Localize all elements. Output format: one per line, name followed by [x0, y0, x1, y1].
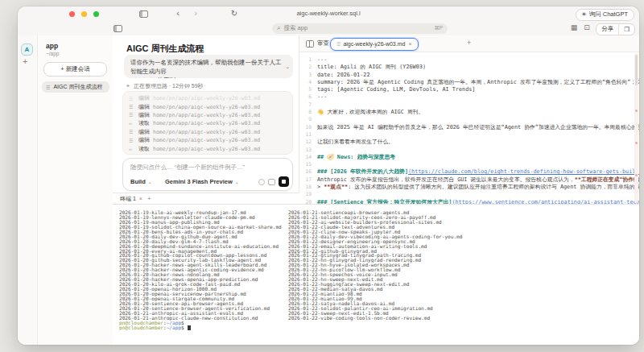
app-content: A + app ~/app + 新建会话 ☰ AIGC 周刊生成流程 AIGC … — [18, 35, 639, 345]
editor-scrollbar[interactable] — [634, 53, 638, 202]
editor-line: 1--- — [299, 56, 639, 63]
zoom-window-icon[interactable] — [93, 11, 99, 17]
tool-call-row[interactable]: ☰编辑home/pn/app/aigc-weekly-y26-w03.md — [129, 102, 287, 110]
tool-target-path: home/pn/app/aigc-weekly-y26-w03.md — [153, 120, 260, 126]
search-placeholder: 搜索 app — [283, 24, 431, 32]
review-toggle[interactable]: 审查 — [306, 35, 329, 52]
editor-line: 3date: 2026-01-22 — [299, 71, 639, 78]
tab-overview-icon[interactable] — [139, 10, 148, 18]
diff-icon: ☰ — [129, 96, 135, 101]
tool-call-row[interactable]: ☰编辑home/pn/app/aigc-weekly-y26-w03.md — [129, 128, 287, 136]
browser-toolbar: ⌕ 搜索 app ⌘P ▦ ⊡ 分享 ❐ — [18, 21, 639, 36]
chat-panel: AIGC 周刊生成流程 请你作为一名资深的技术编辑，帮助我创建一份关于人工智能生… — [113, 35, 299, 193]
tool-action-label: 读取 — [138, 145, 150, 153]
close-window-icon[interactable] — [69, 11, 75, 17]
sidebar-toggle-icon[interactable] — [114, 25, 122, 32]
columns-icon — [306, 40, 314, 48]
diff-icon: ☰ — [129, 129, 135, 135]
tool-call-row[interactable]: ☰编辑home/pn/app/aigc-weekly-y26-w03.md — [129, 136, 287, 144]
share-label[interactable]: 分享 — [597, 24, 618, 35]
editor-body[interactable]: 1---2title: Agili 的 AIGC 周刊 (Y26W03)3dat… — [299, 52, 639, 204]
code-icon: ‹› — [129, 121, 135, 126]
model-dropdown[interactable]: Gemini 3 Flash Preview ⌄ — [165, 178, 239, 185]
editor-line: 15 — [299, 160, 639, 168]
editor-tab-filename: aigc-weekly-y26-w03.md — [343, 41, 405, 47]
code-icon: ‹› — [129, 147, 135, 151]
minimize-window-icon[interactable] — [81, 11, 87, 17]
editor-line: 17Anthropic 发布的年度报告指出，软件开发正在经历自 GUI 诞生以来… — [299, 176, 639, 183]
chat-composer[interactable]: 随便问点什么… “创建一个新的组件例子…” Build ⌄ Gemini 3 F… — [122, 158, 293, 191]
editor-line: 13 — [299, 146, 639, 153]
editor-line: 9 — [299, 115, 639, 122]
change-marker — [635, 174, 638, 176]
editor-tab-active[interactable]: ☰ aigc-weekly-y26-w03.md × — [330, 38, 419, 51]
session-sidebar: app ~/app + 新建会话 ☰ AIGC 周刊生成流程 — [38, 35, 114, 345]
back-icon[interactable]: ‹ — [172, 6, 184, 21]
review-label: 审查 — [317, 39, 329, 48]
add-workspace-icon[interactable]: + — [23, 56, 27, 66]
tool-call-list: ☰编辑home/pn/app/aigc-weekly-y26-w03.md☰编辑… — [122, 91, 293, 155]
image-icon[interactable] — [268, 179, 275, 185]
new-session-button[interactable]: + 新建会话 — [43, 62, 107, 77]
tool-call-row[interactable]: ☰编辑home/pn/app/aigc-weekly-y26-w03.md — [129, 111, 287, 119]
apps-grid-icon[interactable]: ▦ — [568, 21, 580, 35]
scrollbar-thumb[interactable] — [635, 55, 638, 85]
tool-call-row[interactable]: ‹›读取home/pn/app/aigc-weekly-y26-w03.md — [129, 144, 287, 152]
terminal-output[interactable]: 2026-01-19-kilo-ai-weekly-roundup-jan-17… — [113, 204, 639, 345]
editor-tabbar: 审查 ☰ aigc-weekly-y26-w03.md × + — [299, 35, 639, 52]
terminal-tab[interactable]: 终端 1 × — [120, 195, 142, 203]
stop-button[interactable] — [279, 176, 289, 187]
change-marker — [635, 142, 638, 144]
new-editor-tab-icon[interactable]: + — [467, 35, 471, 52]
tool-call-row[interactable]: ‹›读取home/pn/app/aigc-weekly-y26-w03.md — [129, 119, 287, 127]
title-bar: ‹ › ↻ aigc-weekly-worker.sql.l ✳ 询问 Chat… — [18, 6, 639, 21]
thinking-status[interactable]: ✦ 正在整理思路 · 12分钟 59秒 — [126, 82, 204, 90]
close-icon[interactable]: × — [408, 41, 411, 47]
editor-line: 20### [Sentience 官方报告：独立开发如何放大产出](https:… — [299, 198, 639, 204]
close-icon[interactable]: × — [139, 196, 142, 201]
window-controls[interactable] — [69, 11, 99, 17]
ask-chatgpt-label: 询问 ChatGPT — [589, 10, 628, 19]
search-bar[interactable]: ⌕ 搜索 app ⌘P — [272, 23, 448, 34]
tool-target-path: home/pn/app/aigc-weekly-y26-w03.md — [153, 104, 260, 110]
diff-icon: ☰ — [129, 112, 135, 118]
sparkle-icon: ✦ — [126, 83, 130, 89]
diff-icon: ☰ — [129, 138, 135, 143]
terminal-file-entry: 2026-01-22-vibe-coding-tools-non-coder-r… — [288, 316, 462, 321]
terminal-tab-label: 终端 1 — [120, 195, 136, 203]
terminal-column-1: 2026-01-19-kilo-ai-weekly-roundup-jan-17… — [119, 210, 282, 329]
mode-dropdown[interactable]: Build ⌄ — [130, 178, 152, 185]
editor-line: 6--- — [299, 93, 639, 100]
thinking-status-text: 正在整理思路 · 12分钟 59秒 — [134, 82, 204, 90]
chevron-down-icon: ⌄ — [148, 179, 152, 184]
workspace-path: ~/app — [46, 51, 59, 56]
editor-line: 14## 🧭 News: 趋势与深度思考 — [299, 153, 639, 160]
composer-placeholder: 随便问点什么… “创建一个新的组件例子…” — [130, 164, 286, 172]
downloads-icon[interactable]: ⊡ — [581, 21, 592, 35]
tool-target-path: home/pn/app/aigc-weekly-y26-w03.md — [153, 95, 260, 101]
stop-icon — [282, 180, 286, 184]
tool-call-row[interactable]: ☰编辑home/pn/app/aigc-weekly-y26-w03.md — [129, 94, 287, 102]
terminal-tabbar: 终端 1 × + — [113, 193, 299, 204]
ask-chatgpt-button[interactable]: ✳ 询问 ChatGPT — [576, 9, 634, 21]
share-control[interactable]: 分享 ❐ — [596, 23, 635, 35]
chevron-down-icon[interactable]: ⌄ — [285, 62, 290, 71]
editor-line: 8👋 大家好，欢迎阅读本周的 AIGC 周刊。 — [299, 108, 639, 115]
tool-action-label: 读取 — [138, 119, 150, 127]
sidebar-item-session[interactable]: ☰ AIGC 周刊生成流程 — [42, 81, 109, 93]
chevron-down-icon: ⌄ — [235, 179, 239, 184]
new-terminal-icon[interactable]: + — [147, 195, 151, 202]
user-message-card[interactable]: 请你作为一名资深的技术编辑，帮助我创建一份关于人工智能生成内容 （AIGC）的周… — [124, 55, 293, 78]
open-in-window-icon[interactable]: ❐ — [619, 24, 634, 35]
editor-line: 12让我们来看看本周发生了什么。 — [299, 138, 639, 145]
editor-line: 16### [2026 年软件开发的八大趋势](https://claude.c… — [299, 168, 639, 175]
browser-window: ‹ › ↻ aigc-weekly-worker.sql.l ✳ 询问 Chat… — [18, 6, 639, 345]
tool-action-label: 编辑 — [138, 128, 150, 136]
markdown-file-icon: ☰ — [336, 41, 340, 47]
search-shortcut: ⌘P — [434, 25, 443, 31]
forward-icon[interactable]: › — [190, 6, 201, 21]
editor-line: 19 — [299, 190, 639, 197]
timer-ring-icon[interactable] — [258, 179, 265, 185]
tool-action-label: 编辑 — [138, 94, 150, 102]
workspace-avatar[interactable]: A — [21, 43, 33, 56]
